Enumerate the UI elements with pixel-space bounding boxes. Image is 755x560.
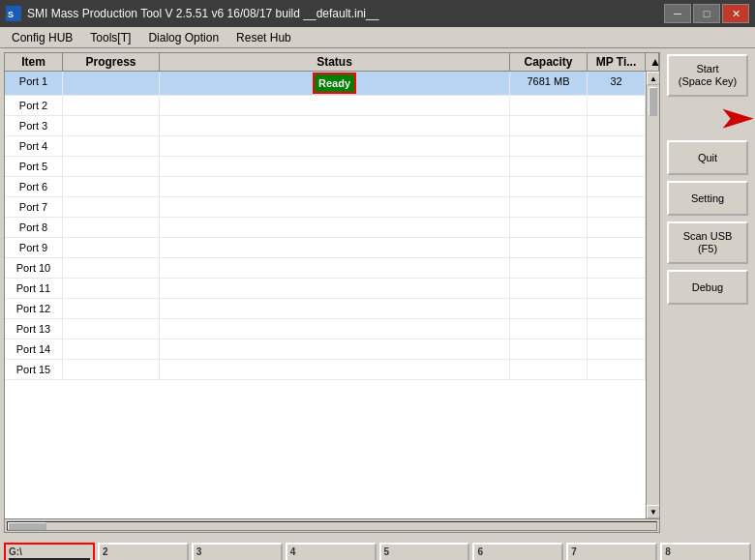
horizontal-scrollbar[interactable] [5, 518, 659, 532]
table-cell: Port 15 [5, 360, 63, 379]
table-cell: Port 11 [5, 279, 63, 298]
h-scroll-thumb[interactable] [8, 522, 46, 530]
menu-item-tools[t][interactable]: Tools[T] [82, 29, 138, 46]
col-scroll-top: ▲ [646, 53, 659, 71]
table-row[interactable]: Port 14 [5, 339, 646, 360]
app-icon: S [6, 6, 21, 21]
quit-button[interactable]: Quit [667, 140, 748, 175]
minimize-button[interactable]: ─ [664, 4, 691, 23]
table-cell [510, 299, 588, 318]
table-row[interactable]: Port 2 [5, 96, 646, 116]
table-row[interactable]: Port 13 [5, 319, 646, 339]
col-capacity: Capacity [510, 53, 588, 71]
status-cell [160, 197, 510, 217]
drive-label: 5 [384, 546, 390, 557]
table-row[interactable]: Port 3 [5, 116, 646, 136]
table-cell [63, 279, 160, 298]
drive-tile[interactable]: 6 [472, 543, 563, 560]
col-progress: Progress [63, 53, 160, 71]
start-button[interactable]: Start(Space Key) [667, 54, 748, 97]
status-cell [160, 339, 510, 359]
table-cell: 7681 MB [510, 72, 588, 95]
status-cell [160, 299, 510, 318]
status-cell [160, 319, 510, 339]
drive-tile[interactable]: 2 [98, 543, 189, 560]
col-mpti: MP Ti... [588, 53, 646, 71]
status-cell [160, 258, 510, 278]
drive-tile[interactable]: G:\BIN 3 B17681 M(0) [4, 543, 95, 560]
drive-tile[interactable]: 5 [379, 543, 470, 560]
title-text: SMI Mass Production Tool V 2.5.51 v6 16/… [27, 7, 378, 20]
table-cell [510, 238, 588, 257]
table-row[interactable]: Port 8 [5, 218, 646, 238]
table-cell [63, 177, 160, 196]
status-cell [160, 116, 510, 135]
table-cell: Port 10 [5, 258, 63, 278]
close-button[interactable]: ✕ [722, 4, 749, 23]
vertical-scrollbar[interactable]: ▲ ▼ [646, 72, 659, 518]
table-row[interactable]: Port 15 [5, 360, 646, 380]
table-cell [588, 360, 646, 379]
table-cell: Port 3 [5, 116, 63, 135]
table-cell [510, 157, 588, 176]
table-row[interactable]: Port 6 [5, 177, 646, 197]
menu-item-reset-hub[interactable]: Reset Hub [228, 29, 299, 46]
table-cell: Port 1 [5, 72, 63, 95]
drive-tile[interactable]: 4 [286, 543, 377, 560]
table-with-vscroll: Port 1Ready7681 MB32Port 2Port 3Port 4Po… [5, 72, 659, 518]
menu-item-dialog-option[interactable]: Dialog Option [140, 29, 226, 46]
h-scroll-inner[interactable] [7, 521, 657, 531]
table-cell [588, 218, 646, 237]
drive-tile[interactable]: 3 [192, 543, 283, 560]
setting-button[interactable]: Setting [667, 181, 748, 216]
table-row[interactable]: Port 11 [5, 279, 646, 299]
table-cell [588, 177, 646, 196]
table-cell: Port 9 [5, 238, 63, 257]
maximize-button[interactable]: □ [693, 4, 720, 23]
table-cell: Port 4 [5, 136, 63, 156]
table-cell [510, 96, 588, 115]
table-row[interactable]: Port 5 [5, 157, 646, 177]
col-status: Status [160, 53, 510, 71]
start-label: Start(Space Key) [679, 63, 738, 88]
drive-label: 4 [290, 546, 296, 557]
drive-tile[interactable]: 8 [660, 543, 751, 560]
table-header: Item Progress Status Capacity MP Ti... ▲ [5, 53, 659, 72]
table-cell [510, 279, 588, 298]
scroll-down[interactable]: ▼ [647, 505, 659, 518]
bottom-section: G:\BIN 3 B17681 M(0)2345678 910111213141… [0, 537, 755, 560]
table-body[interactable]: Port 1Ready7681 MB32Port 2Port 3Port 4Po… [5, 72, 646, 518]
table-cell [510, 360, 588, 379]
drive-label: 3 [196, 546, 202, 557]
status-cell [160, 360, 510, 379]
scan-usb-button[interactable]: Scan USB(F5) [667, 221, 748, 264]
table-row[interactable]: Port 1Ready7681 MB32 [5, 72, 646, 96]
table-row[interactable]: Port 4 [5, 136, 646, 157]
table-cell: Port 8 [5, 218, 63, 237]
table-cell [510, 339, 588, 359]
table-row[interactable]: Port 10 [5, 258, 646, 279]
table-cell [63, 157, 160, 176]
drive-tile[interactable]: 7 [566, 543, 657, 560]
table-cell [588, 96, 646, 115]
status-cell [160, 177, 510, 196]
status-badge: Ready [313, 73, 356, 94]
table-cell [63, 258, 160, 278]
table-cell: Port 2 [5, 96, 63, 115]
menu-item-config-hub[interactable]: Config HUB [4, 29, 80, 46]
table-cell [588, 279, 646, 298]
table-cell [588, 197, 646, 217]
debug-button[interactable]: Debug [667, 270, 748, 305]
table-cell: Port 12 [5, 299, 63, 318]
table-cell [588, 136, 646, 156]
table-row[interactable]: Port 9 [5, 238, 646, 258]
table-wrapper: Item Progress Status Capacity MP Ti... ▲… [4, 52, 660, 533]
scroll-up[interactable]: ▲ [647, 72, 659, 85]
table-row[interactable]: Port 12 [5, 299, 646, 319]
scan-usb-label: Scan USB(F5) [683, 230, 733, 255]
table-row[interactable]: Port 7 [5, 197, 646, 218]
scroll-track[interactable] [647, 85, 659, 505]
status-cell: Ready [160, 72, 510, 95]
scroll-thumb[interactable] [649, 87, 657, 116]
drive-tiles-row1: G:\BIN 3 B17681 M(0)2345678 [4, 541, 751, 560]
